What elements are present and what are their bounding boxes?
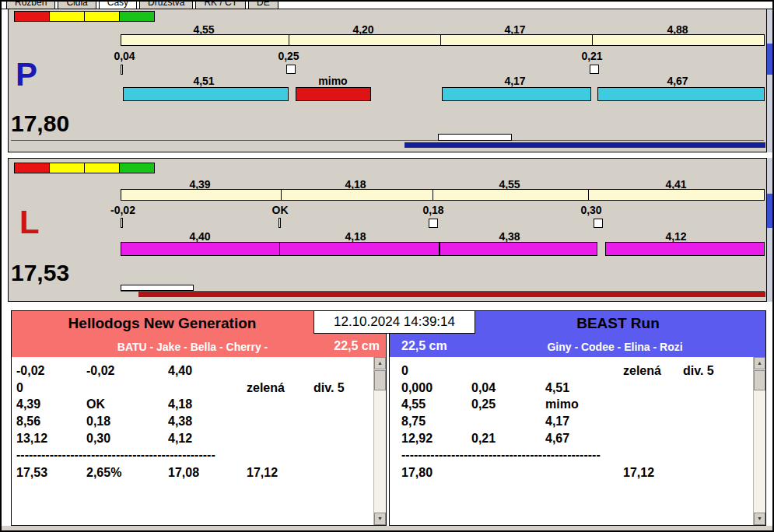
change-time: 0,21 [569,50,615,62]
dog-fault-bar [296,87,371,101]
team-dogs: BATU - Jake - Bella - Cherry - [117,341,268,353]
scrollbar-thumb[interactable] [374,370,386,390]
result-row: -0,02 -0,02 4,40 [12,364,373,380]
legend-red-swatch [14,11,50,22]
scrollbar-thumb[interactable] [767,194,772,228]
scrollbar-thumb[interactable] [754,370,765,390]
cell: 8,56 [16,415,40,429]
result-row: 4,55 0,25 mimo [390,397,753,414]
result-row: 12,92 0,21 4,67 [390,432,753,448]
horizontal-scrollbar[interactable] [2,526,772,530]
net-time: 17,08 [168,466,199,480]
jump-height: 22,5 cm [334,339,380,353]
dog-time: 4,38 [486,230,533,243]
lane-l-panel: 4,39 4,18 4,55 4,41 -0,02 OK 0,18 0,30 L… [8,158,767,302]
cell: 13,12 [16,432,47,446]
cell: 0,04 [471,381,496,395]
change-checkbox[interactable] [590,65,599,74]
track-tick [592,35,593,45]
dog-run-bar [597,87,765,101]
status-legend [14,163,154,173]
cell: OK [86,397,105,411]
team-panel-right: BEAST Run 22,5 cm Giny - Codee - Elina -… [389,310,766,526]
result-row: 13,12 0,30 4,12 [12,432,373,448]
dog-run-bar [121,242,280,256]
cell: 8,75 [401,415,426,429]
cell: div. 5 [313,381,345,395]
lane-l-scrollbar[interactable] [767,158,772,302]
timestamp: 12.10.2024 14:39:14 [313,310,475,334]
result-row: 8,75 4,17 [390,415,753,431]
legend-green-swatch [119,11,155,22]
dog-time: 4,12 [653,230,699,243]
sensor-mark [278,218,281,228]
scroll-up-icon[interactable]: ▲ [374,357,386,369]
lane-label: P [16,59,37,90]
tab-cidla[interactable]: Čidla [58,0,96,9]
change-time: 0,25 [265,50,312,62]
team-results-right: 0 zelená div. 5 0,000 0,04 4,51 4,55 0,2… [390,357,765,525]
cell: mimo [545,397,579,411]
change-checkbox[interactable] [429,219,438,228]
dog-time: 4,40 [177,230,223,243]
cell: 0,000 [401,381,433,395]
dog-run-bar [605,242,765,256]
results-scrollbar[interactable]: ▲ ▼ [373,357,386,525]
cell: 0,30 [86,432,110,446]
marker-box [438,134,512,141]
team-results-left: -0,02 -0,02 4,40 0 zelená div. 5 4,39 OK… [12,357,386,525]
team-subheader: BATU - Jake - Bella - Cherry - 22,5 cm [12,336,386,357]
jump-height: 22,5 cm [401,339,447,353]
legend-yellow2-swatch [84,163,120,173]
cell: 4,12 [168,432,192,446]
result-row: 0 zelená div. 5 [390,364,753,380]
change-checkbox[interactable] [594,219,603,228]
legend-yellow-swatch [49,163,85,173]
scrollbar-thumb[interactable] [767,44,772,75]
cell: 4,38 [168,415,192,429]
legend-yellow2-swatch [84,11,120,22]
dog-time: 4,51 [180,75,227,87]
split-track [121,189,765,201]
cell: 0,21 [471,432,496,446]
change-checkbox[interactable] [286,65,296,74]
status-legend [14,11,154,22]
lane-total-time: 17,53 [11,260,69,286]
lane-p-scrollbar[interactable] [767,9,772,152]
cell: div. 5 [683,364,714,378]
separator: ----------------------------------------… [401,448,601,462]
tab-druzstva[interactable]: Družstva [139,0,193,9]
legend-green-swatch [119,163,155,173]
ref-time: 17,12 [623,466,654,480]
cell: 4,55 [401,397,426,411]
legend-yellow-swatch [49,11,85,22]
cell: 4,51 [545,381,569,395]
cell: 4,40 [168,364,192,378]
results-scrollbar[interactable]: ▲ ▼ [753,357,765,525]
legend-red-swatch [14,163,50,173]
result-row: 0 zelená div. 5 [12,381,373,397]
lane-p-panel: 4,55 4,20 4,17 4,88 0,04 0,25 0,21 P 4,5… [8,9,767,152]
cell: -0,02 [86,364,114,378]
scroll-down-icon[interactable]: ▼ [754,513,765,525]
team-subheader: 22,5 cm Giny - Codee - Elina - Rozi [390,336,765,357]
scroll-up-icon[interactable]: ▲ [754,357,765,369]
dog-time: 4,67 [654,75,701,87]
separator-row: ----------------------------------------… [12,448,373,464]
scroll-down-icon[interactable]: ▼ [374,513,386,525]
cell: 12,92 [401,432,433,446]
split-track [121,34,765,46]
cell: 4,67 [545,432,569,446]
timeline-baseline [11,140,764,141]
tab-de[interactable]: DE [248,0,278,9]
tab-casy[interactable]: Časy [99,0,137,9]
tab-rozbeh[interactable]: Rozběh [6,0,55,9]
cell: 0,18 [86,415,110,429]
track-tick [440,35,441,45]
tab-rk-ct[interactable]: RK / ČT [195,0,246,9]
lane-progress-bar [405,142,765,148]
dog-time: 4,17 [492,75,538,87]
lane-total-time: 17,80 [11,110,69,137]
separator: ----------------------------------------… [16,448,215,462]
sensor-mark [121,218,123,228]
